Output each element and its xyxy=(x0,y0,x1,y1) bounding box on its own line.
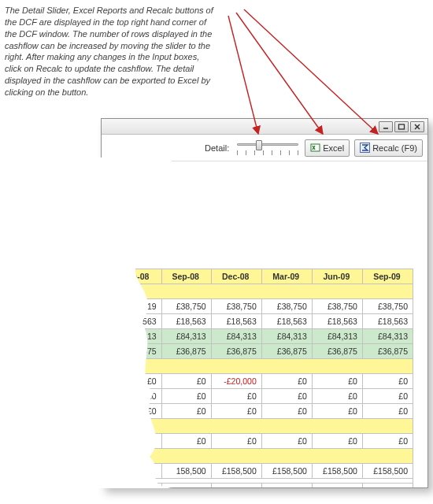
cell: £37,719 xyxy=(112,299,161,314)
cell: £0 xyxy=(112,389,161,404)
column-header: Mar-09 xyxy=(261,269,312,284)
column-header: Sep-08 xyxy=(161,269,211,284)
cell xyxy=(102,374,112,389)
excel-button-label: Excel xyxy=(323,143,344,153)
cell xyxy=(112,434,161,449)
svg-line-2 xyxy=(244,9,378,134)
cashflow-table: n8Jun-08Sep-08Dec-08Mar-09Jun-09Sep-09 £… xyxy=(102,269,413,487)
cell: £0 xyxy=(112,374,161,389)
cell: £0 xyxy=(362,374,413,389)
cell: -£20,000 xyxy=(211,374,261,389)
minimize-button[interactable] xyxy=(379,121,393,132)
cell xyxy=(112,484,161,488)
table-header-row: n8Jun-08Sep-08Dec-08Mar-09Jun-09Sep-09 xyxy=(102,269,413,284)
column-header: Dec-08 xyxy=(211,269,261,284)
dcf-toolbar: Detail: Excel Recalc (F9) xyxy=(102,135,427,161)
svg-line-0 xyxy=(228,16,258,134)
cell xyxy=(102,434,112,449)
cell: £36,875 xyxy=(312,344,362,359)
cell xyxy=(112,464,161,479)
cell: £0 xyxy=(312,404,362,419)
table-row xyxy=(102,359,413,374)
maximize-button[interactable] xyxy=(394,121,409,132)
table-row: £37,719£38,750£38,750£38,750£38,750£38,7… xyxy=(102,299,413,314)
recalc-button[interactable]: Recalc (F9) xyxy=(354,139,423,157)
detail-label: Detail: xyxy=(205,143,229,153)
cell: £36,875 xyxy=(161,344,211,359)
cell: £36,875 xyxy=(211,344,261,359)
table-row: -£20,000£0£0£0 xyxy=(102,484,413,488)
cell: £84,313 xyxy=(362,329,413,344)
cell: £0 xyxy=(161,434,211,449)
cell: £0 xyxy=(362,404,413,419)
column-header: Sep-09 xyxy=(362,269,413,284)
cell: £18,563 xyxy=(112,314,161,329)
sigma-icon xyxy=(360,143,370,153)
cell: £0 xyxy=(261,374,312,389)
cell: £38,750 xyxy=(161,299,211,314)
cell xyxy=(102,299,112,314)
cell: £18,563 xyxy=(312,314,362,329)
cell: £38,750 xyxy=(362,299,413,314)
cell: £36,875 xyxy=(261,344,312,359)
dcf-window: Detail: Excel Recalc (F9) n8Jun-08Sep-08… xyxy=(101,118,428,488)
table-row xyxy=(102,449,413,464)
cell: £84,313 xyxy=(211,329,261,344)
cell: £36,875 xyxy=(112,344,161,359)
cell: £0 xyxy=(161,389,211,404)
table-row: £18,563£18,563£18,563£18,563£18,563£18,5… xyxy=(102,314,413,329)
cell: £18,563 xyxy=(261,314,312,329)
table-row: £0£0£0£0£0£0 xyxy=(102,389,413,404)
table-row: 158,500£158,500£158,500£158,500£158,500 xyxy=(102,464,413,479)
cell xyxy=(102,314,112,329)
cell: £18,563 xyxy=(161,314,211,329)
svg-rect-7 xyxy=(311,144,320,151)
cell: £84,313 xyxy=(112,329,161,344)
cell: £158,500 xyxy=(312,464,362,479)
cell: £0 xyxy=(312,434,362,449)
cell: £84,313 xyxy=(312,329,362,344)
cell xyxy=(102,484,112,488)
cell xyxy=(102,389,112,404)
table-row xyxy=(102,419,413,434)
window-titlebar xyxy=(102,119,427,135)
cell: £0 xyxy=(362,389,413,404)
cell: £158,500 xyxy=(261,464,312,479)
slider-thumb-icon[interactable] xyxy=(256,140,262,150)
cell: £0 xyxy=(261,484,312,488)
column-header: Jun-09 xyxy=(312,269,362,284)
detail-slider[interactable] xyxy=(235,139,300,158)
cell: 158,500 xyxy=(161,464,211,479)
cell: £0 xyxy=(161,374,211,389)
cell: £0 xyxy=(211,404,261,419)
table-row: £0£0£0£0£0£0 xyxy=(102,404,413,419)
table-row: £84,313£84,313£84,313£84,313£84,313£84,3… xyxy=(102,329,413,344)
excel-icon xyxy=(310,143,320,153)
table-row: £0£0-£20,000£0£0£0 xyxy=(102,374,413,389)
cell xyxy=(161,484,211,488)
cell xyxy=(102,329,112,344)
cell: £18,563 xyxy=(211,314,261,329)
cell: £18,563 xyxy=(362,314,413,329)
close-button[interactable] xyxy=(410,121,424,132)
help-caption: The Detail Slider, Excel Reports and Rec… xyxy=(5,5,216,98)
cell: £0 xyxy=(211,434,261,449)
cell: £0 xyxy=(312,374,362,389)
cell: £0 xyxy=(312,484,362,488)
cell: £36,875 xyxy=(362,344,413,359)
excel-button[interactable]: Excel xyxy=(305,139,350,157)
cell: -£20,000 xyxy=(211,484,261,488)
cell: £0 xyxy=(261,434,312,449)
cell: £38,750 xyxy=(261,299,312,314)
cell: £0 xyxy=(362,484,413,488)
cell: £0 xyxy=(362,434,413,449)
cell: £158,500 xyxy=(211,464,261,479)
svg-rect-4 xyxy=(399,124,405,129)
cell: £0 xyxy=(211,389,261,404)
column-header: n8 xyxy=(102,269,112,284)
cell: £84,313 xyxy=(261,329,312,344)
svg-line-1 xyxy=(236,13,323,134)
recalc-button-label: Recalc (F9) xyxy=(372,143,417,153)
cell: £158,500 xyxy=(362,464,413,479)
cell: £38,750 xyxy=(312,299,362,314)
